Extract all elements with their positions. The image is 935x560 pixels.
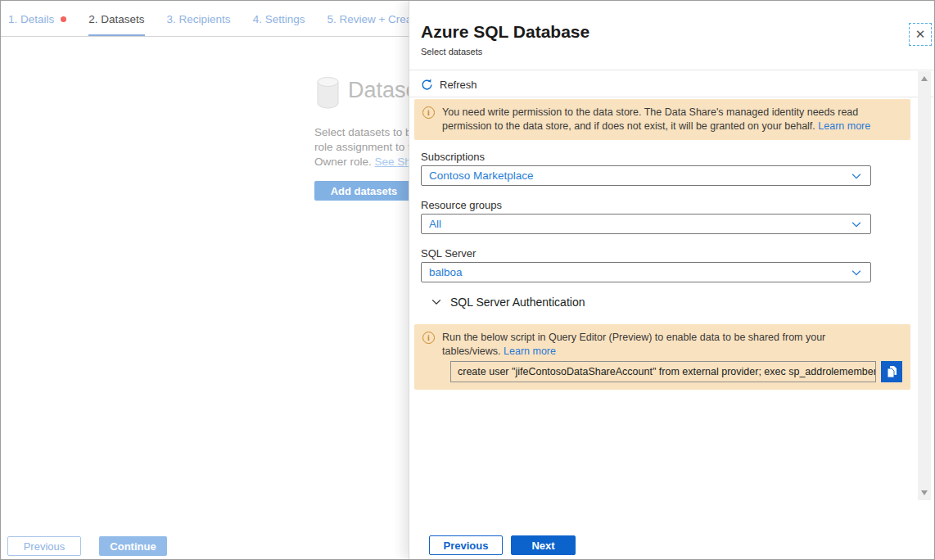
datasets-description: Select datasets to be role assignment to… xyxy=(314,125,418,169)
copy-icon xyxy=(885,365,898,378)
info-icon: i xyxy=(422,332,435,344)
panel-subtitle: Select datasets xyxy=(421,47,482,56)
resource-groups-value: All xyxy=(429,218,851,230)
chevron-down-icon xyxy=(851,267,862,278)
scroll-down-icon[interactable] xyxy=(921,490,928,495)
tab-review-create-label: 5. Review + Create xyxy=(327,13,421,25)
permission-warning-banner: i You need write permission to the data … xyxy=(414,99,910,140)
refresh-label: Refresh xyxy=(440,79,477,91)
wizard-step-tabs: 1. Details 2. Datasets 3. Recipients 4. … xyxy=(1,1,409,37)
subscriptions-value: Contoso Marketplace xyxy=(429,169,851,182)
learn-more-link[interactable]: Learn more xyxy=(818,120,870,132)
details-alert-dot-icon xyxy=(61,16,66,22)
description-line: role assignment to t xyxy=(314,140,418,155)
subscriptions-dropdown[interactable]: Contoso Marketplace xyxy=(421,165,871,186)
tab-settings-label: 4. Settings xyxy=(253,13,305,25)
header-divider xyxy=(409,70,935,70)
run-script-text: Run the below script in Query Editor (Pr… xyxy=(442,331,835,359)
tab-settings[interactable]: 4. Settings xyxy=(253,1,305,37)
close-button[interactable]: ✕ xyxy=(909,23,932,46)
tab-details-label: 1. Details xyxy=(8,13,54,25)
panel-next-button[interactable]: Next xyxy=(511,535,576,555)
tab-review-create[interactable]: 5. Review + Create xyxy=(327,1,421,37)
panel-scrollbar[interactable] xyxy=(918,71,931,500)
learn-more-link[interactable]: Learn more xyxy=(504,345,556,357)
chevron-down-icon xyxy=(851,170,862,182)
refresh-button[interactable]: Refresh xyxy=(421,75,477,94)
sql-server-dropdown[interactable]: balboa xyxy=(421,262,871,282)
tab-datasets-label: 2. Datasets xyxy=(88,13,144,25)
copy-button[interactable] xyxy=(881,361,902,382)
sql-server-authentication-label: SQL Server Authentication xyxy=(450,296,585,309)
sql-server-label: SQL Server xyxy=(421,247,476,260)
add-datasets-button[interactable]: Add datasets xyxy=(314,181,413,201)
chevron-down-icon xyxy=(431,296,442,308)
azure-sql-database-panel: Azure SQL Database Select datasets ✕ Ref… xyxy=(409,1,935,559)
tab-details[interactable]: 1. Details xyxy=(8,1,66,37)
tabs-divider xyxy=(1,36,409,37)
refresh-icon xyxy=(421,79,433,91)
wizard-continue-button[interactable]: Continue xyxy=(99,536,167,556)
tab-recipients-label: 3. Recipients xyxy=(167,13,231,25)
resource-groups-dropdown[interactable]: All xyxy=(421,214,871,234)
permission-warning-text: You need write permission to the data st… xyxy=(442,106,902,133)
sql-server-value: balboa xyxy=(429,266,851,278)
database-icon xyxy=(315,76,341,112)
run-script-banner: i Run the below script in Query Editor (… xyxy=(414,324,910,390)
scroll-up-icon[interactable] xyxy=(921,76,928,81)
panel-title: Azure SQL Database xyxy=(421,22,589,42)
info-icon: i xyxy=(422,106,435,119)
panel-previous-button[interactable]: Previous xyxy=(429,535,503,555)
tab-datasets[interactable]: 2. Datasets xyxy=(88,1,144,37)
resource-groups-label: Resource groups xyxy=(421,199,502,211)
script-row: create user "jifeContosoDataShareAccount… xyxy=(450,361,902,382)
close-icon: ✕ xyxy=(915,27,926,41)
description-line: Owner role. See Sha xyxy=(314,155,418,169)
tab-recipients[interactable]: 3. Recipients xyxy=(167,1,231,37)
wizard-previous-button[interactable]: Previous xyxy=(7,536,81,556)
toolbar-divider xyxy=(409,97,935,97)
subscriptions-label: Subscriptions xyxy=(421,151,485,163)
sql-server-authentication-expander[interactable]: SQL Server Authentication xyxy=(431,296,585,309)
description-line: Select datasets to be xyxy=(314,125,418,140)
chevron-down-icon xyxy=(851,219,862,230)
script-textbox[interactable]: create user "jifeContosoDataShareAccount… xyxy=(450,361,876,382)
app-window: 1. Details 2. Datasets 3. Recipients 4. … xyxy=(0,0,935,560)
